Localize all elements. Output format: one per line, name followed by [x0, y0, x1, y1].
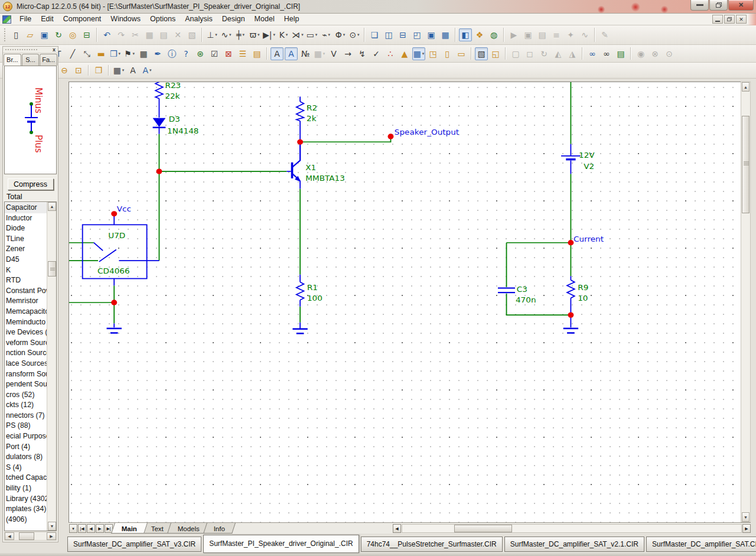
node-label-speaker-output[interactable]: Speaker_Output: [395, 128, 459, 136]
graphics-mode-dropdown-icon[interactable]: ▾: [119, 51, 121, 56]
node-label-current[interactable]: Current: [573, 235, 604, 243]
error-close-button[interactable]: ⊗: [649, 47, 662, 60]
draw-pencil-button[interactable]: ✎: [598, 28, 611, 41]
menu-design[interactable]: Design: [217, 14, 250, 25]
display-grid-dropdown-icon[interactable]: ▾: [122, 68, 125, 73]
component-list-item[interactable]: nnectors (7): [5, 411, 47, 421]
scroll-thumb[interactable]: [742, 116, 750, 213]
flag-mode-dropdown-icon[interactable]: ▾: [133, 51, 135, 56]
component-list-item[interactable]: veform Sourc: [5, 338, 47, 349]
resistor-button[interactable]: ∿▾: [220, 28, 233, 41]
component-list-item[interactable]: TLine: [5, 234, 47, 245]
show-node-voltages-button[interactable]: V: [327, 47, 340, 60]
capacitor-button[interactable]: ╪▾: [234, 28, 247, 41]
show-currents-button[interactable]: →: [341, 47, 354, 60]
calculator-button[interactable]: ▦: [439, 28, 452, 41]
scroll-thumb[interactable]: [48, 261, 56, 277]
component-list-item[interactable]: Capacitor: [5, 203, 47, 213]
mirror-vertical-button[interactable]: ◮: [566, 47, 579, 60]
diode-dropdown-icon[interactable]: ▾: [273, 32, 275, 37]
component-list-item[interactable]: lace Sources: [5, 359, 47, 369]
r23-ref-label[interactable]: R23: [165, 82, 181, 90]
annotation-pen-button[interactable]: ✒: [151, 47, 164, 60]
component-list-item[interactable]: Constant Pow: [5, 286, 47, 297]
component-list-item[interactable]: pendent Sour: [5, 379, 47, 390]
panel-grip[interactable]: x: [3, 47, 58, 53]
sheet-tab-info[interactable]: Info: [203, 523, 236, 534]
page-properties-button[interactable]: ◱: [489, 47, 502, 60]
group-box-button[interactable]: ▢: [509, 47, 522, 60]
macro-block-button[interactable]: ▭▾: [305, 28, 318, 41]
animate-window-button[interactable]: ▣: [522, 28, 535, 41]
file-tab[interactable]: SurfMaster_PI_Speaker_driver_Original_.C…: [203, 535, 359, 553]
help-mode-button[interactable]: ?: [180, 47, 193, 60]
web-update-button[interactable]: ◍: [487, 28, 500, 41]
redo-button[interactable]: ↷: [115, 28, 128, 41]
sheet-tab-main[interactable]: Main: [111, 523, 148, 534]
copy-button[interactable]: ▦: [143, 28, 156, 41]
v2-battery[interactable]: [561, 144, 581, 174]
maximize-window-button[interactable]: ▣: [425, 28, 438, 41]
macro-block-dropdown-icon[interactable]: ▾: [315, 32, 318, 37]
x1-value-label[interactable]: MMBTA13: [305, 174, 345, 183]
menu-component[interactable]: Component: [58, 14, 106, 25]
component-list-item[interactable]: K: [5, 265, 47, 276]
c3-capacitor[interactable]: [498, 288, 515, 293]
scroll-right-icon[interactable]: ▶: [47, 532, 56, 540]
r23-resistor[interactable]: [155, 82, 163, 118]
disable-region-button[interactable]: ⊠: [222, 47, 235, 60]
menu-windows[interactable]: Windows: [106, 14, 145, 25]
mdi-minimize-button[interactable]: [712, 15, 723, 24]
page-view-button[interactable]: ❐: [92, 64, 105, 77]
font-button[interactable]: A: [126, 64, 139, 77]
scroll-down-icon[interactable]: ▼: [48, 522, 56, 531]
show-pin-connections-button[interactable]: ∴: [384, 47, 397, 60]
inductor-dropdown-icon[interactable]: ▾: [258, 32, 260, 37]
schematic-hscrollbar[interactable]: [402, 524, 742, 533]
font-color-button[interactable]: A▾: [141, 64, 154, 77]
flag-mode-button[interactable]: ⚑▾: [123, 47, 136, 60]
new-file-button[interactable]: ▯: [9, 28, 22, 41]
cascade-windows-button[interactable]: ❏: [368, 28, 381, 41]
component-list-item[interactable]: S (4): [5, 463, 47, 473]
resistor-dropdown-icon[interactable]: ▾: [229, 32, 232, 37]
waveform-plot-button[interactable]: ∿: [578, 28, 591, 41]
ground-dropdown-icon[interactable]: ▾: [215, 32, 217, 37]
scroll-up-icon[interactable]: ▲: [742, 82, 750, 92]
diode-button[interactable]: ▶|▾: [262, 28, 276, 41]
component-list-item[interactable]: Diode: [5, 223, 47, 234]
zoom-scale-button[interactable]: ⊡: [72, 64, 85, 77]
undo-button[interactable]: ↶: [100, 28, 113, 41]
r9-value-label[interactable]: 10: [578, 294, 588, 303]
mdi-close-button[interactable]: ✕: [736, 15, 747, 24]
transistor-jfet-button[interactable]: ⋊▾: [291, 28, 304, 41]
d3-diode[interactable]: [153, 118, 166, 134]
file-tab[interactable]: 74hc74__PulseStretcher_Surfmaster.CIR: [361, 537, 503, 552]
component-list-item[interactable]: Memristor: [5, 296, 47, 307]
file-tab[interactable]: SurfMaster_DC_amplifier_SAT_v2.1.CIR: [504, 537, 644, 552]
r2-resistor[interactable]: [296, 96, 304, 142]
tile-horizontal-button[interactable]: ⊟: [396, 28, 409, 41]
hscroll-left-icon[interactable]: ◀: [393, 524, 401, 533]
enable-checkbox-button[interactable]: ☑: [208, 47, 221, 60]
component-list-item[interactable]: PS (88): [5, 421, 47, 431]
bus-mode-button[interactable]: ▬: [94, 47, 107, 60]
show-node-numbers-button[interactable]: №: [299, 47, 312, 60]
component-list-item[interactable]: cros (52): [5, 390, 47, 401]
display-grid-button[interactable]: ▦▾: [112, 64, 125, 77]
show-grid-dropdown-icon[interactable]: ▾: [422, 51, 425, 56]
component-list-item[interactable]: RTD: [5, 275, 47, 286]
sheet-nav-button[interactable]: ▾: [69, 524, 77, 533]
component-list-item[interactable]: ransform Sou: [5, 369, 47, 380]
capacitor-dropdown-icon[interactable]: ▾: [242, 32, 245, 37]
font-color-dropdown-icon[interactable]: ▾: [149, 68, 152, 73]
info-table-button[interactable]: ▦: [137, 47, 150, 60]
analysis-options-button[interactable]: ▤: [536, 28, 549, 41]
wires[interactable]: [69, 82, 571, 327]
tab-search[interactable]: S...: [22, 54, 40, 66]
show-attribute-text-button[interactable]: A: [271, 47, 284, 60]
tab-browse[interactable]: Br...: [4, 54, 21, 66]
scroll-up-icon[interactable]: ▲: [48, 202, 56, 211]
wire-mode-button[interactable]: ╱: [66, 47, 79, 60]
revert-file-button[interactable]: ↻: [52, 28, 65, 41]
